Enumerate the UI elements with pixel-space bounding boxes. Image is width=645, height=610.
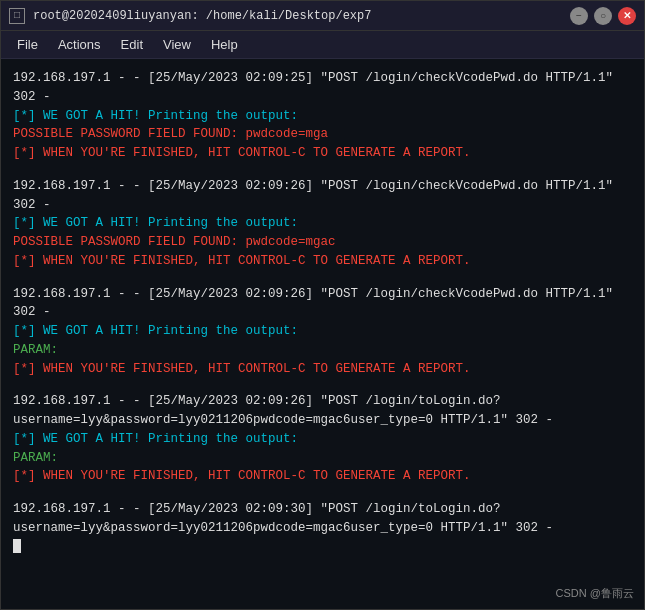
maximize-button[interactable]: ○ xyxy=(594,7,612,25)
log-line: 192.168.197.1 - - [25/May/2023 02:09:25]… xyxy=(13,69,632,107)
log-line: POSSIBLE PASSWORD FIELD FOUND: pwdcode=m… xyxy=(13,125,632,144)
window-controls: − ○ ✕ xyxy=(570,7,636,25)
log-block-3: 192.168.197.1 - - [25/May/2023 02:09:26]… xyxy=(13,285,632,379)
terminal-cursor xyxy=(13,539,21,553)
window-icon-symbol: □ xyxy=(14,10,20,21)
log-block-1: 192.168.197.1 - - [25/May/2023 02:09:25]… xyxy=(13,69,632,163)
log-block-2: 192.168.197.1 - - [25/May/2023 02:09:26]… xyxy=(13,177,632,271)
log-line: [*] WE GOT A HIT! Printing the output: xyxy=(13,214,632,233)
log-line: [*] WE GOT A HIT! Printing the output: xyxy=(13,107,632,126)
log-line: [*] WHEN YOU'RE FINISHED, HIT CONTROL-C … xyxy=(13,144,632,163)
log-block-5: 192.168.197.1 - - [25/May/2023 02:09:30]… xyxy=(13,500,632,556)
log-line: [*] WHEN YOU'RE FINISHED, HIT CONTROL-C … xyxy=(13,467,632,486)
title-bar: □ root@20202409liuyanyan: /home/kali/Des… xyxy=(1,1,644,31)
minimize-button[interactable]: − xyxy=(570,7,588,25)
watermark: CSDN @鲁雨云 xyxy=(556,586,634,601)
log-line: 192.168.197.1 - - [25/May/2023 02:09:26]… xyxy=(13,392,632,430)
log-line: [*] WHEN YOU'RE FINISHED, HIT CONTROL-C … xyxy=(13,252,632,271)
window-title: root@20202409liuyanyan: /home/kali/Deskt… xyxy=(33,9,371,23)
menu-file[interactable]: File xyxy=(9,35,46,54)
log-block-4: 192.168.197.1 - - [25/May/2023 02:09:26]… xyxy=(13,392,632,486)
terminal-wrapper: 192.168.197.1 - - [25/May/2023 02:09:25]… xyxy=(1,59,644,609)
log-line: 192.168.197.1 - - [25/May/2023 02:09:26]… xyxy=(13,177,632,215)
title-bar-left: □ root@20202409liuyanyan: /home/kali/Des… xyxy=(9,8,371,24)
log-line: [*] WE GOT A HIT! Printing the output: xyxy=(13,322,632,341)
log-line: [*] WHEN YOU'RE FINISHED, HIT CONTROL-C … xyxy=(13,360,632,379)
log-line: 192.168.197.1 - - [25/May/2023 02:09:26]… xyxy=(13,285,632,323)
menu-actions[interactable]: Actions xyxy=(50,35,109,54)
terminal-window: □ root@20202409liuyanyan: /home/kali/Des… xyxy=(0,0,645,610)
terminal-body[interactable]: 192.168.197.1 - - [25/May/2023 02:09:25]… xyxy=(1,59,644,609)
log-line: PARAM: xyxy=(13,341,632,360)
menu-edit[interactable]: Edit xyxy=(113,35,151,54)
log-line: POSSIBLE PASSWORD FIELD FOUND: pwdcode=m… xyxy=(13,233,632,252)
close-button[interactable]: ✕ xyxy=(618,7,636,25)
log-line: 192.168.197.1 - - [25/May/2023 02:09:30]… xyxy=(13,500,632,538)
log-line: PARAM: xyxy=(13,449,632,468)
cursor-line xyxy=(13,538,632,557)
window-icon: □ xyxy=(9,8,25,24)
menu-bar: File Actions Edit View Help xyxy=(1,31,644,59)
menu-view[interactable]: View xyxy=(155,35,199,54)
menu-help[interactable]: Help xyxy=(203,35,246,54)
log-line: [*] WE GOT A HIT! Printing the output: xyxy=(13,430,632,449)
